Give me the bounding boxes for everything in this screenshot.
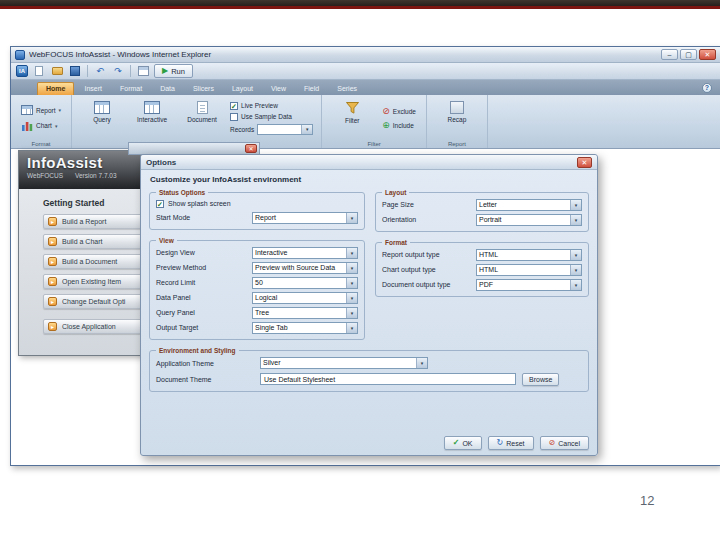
query-button[interactable]: Query (80, 98, 124, 123)
start-mode-combo[interactable]: Report ▾ (252, 212, 358, 224)
ribbon-group-report: Recap Report (427, 95, 488, 148)
page-size-combo[interactable]: Letter ▾ (476, 199, 582, 211)
record-limit-combo[interactable]: 50 ▾ (252, 277, 358, 289)
tab-home[interactable]: Home (37, 82, 74, 95)
tab-series[interactable]: Series (329, 82, 365, 95)
design-view-combo[interactable]: Interactive ▾ (252, 247, 358, 259)
save-icon[interactable] (68, 65, 82, 78)
live-preview-checkbox[interactable]: ✓ Live Preview (230, 102, 313, 110)
output-target-combo[interactable]: Single Tab ▾ (252, 322, 358, 334)
preview-method-value: Preview with Source Data (253, 263, 346, 273)
exclude-button[interactable]: ⊘ Exclude (380, 106, 418, 117)
recap-button[interactable]: Recap (435, 98, 479, 123)
data-panel-row: Data Panel Logical ▾ (156, 290, 358, 305)
chevron-down-icon[interactable]: ▾ (346, 308, 357, 318)
data-panel-combo[interactable]: Logical ▾ (252, 292, 358, 304)
ribbon-group-format: Report ▾ Chart ▾ Format (11, 95, 72, 148)
recap-icon (450, 101, 464, 114)
document-button[interactable]: Document (180, 98, 224, 123)
document-theme-input[interactable]: Use Default Stylesheet (260, 373, 516, 385)
redo-icon[interactable]: ↷ (111, 65, 125, 78)
undo-icon[interactable]: ↶ (93, 65, 107, 78)
include-button[interactable]: ⊕ Include (380, 120, 418, 131)
view-icon[interactable] (136, 65, 150, 78)
cancel-icon: ⊘ (549, 439, 556, 447)
report-button[interactable]: Report ▾ (19, 104, 63, 116)
design-view-label: Design View (156, 249, 195, 256)
folder-shape-icon (52, 67, 63, 75)
ie-favicon-icon (15, 50, 25, 60)
chevron-down-icon[interactable]: ▾ (346, 248, 357, 258)
chevron-down-icon[interactable]: ▾ (570, 280, 581, 290)
tab-view[interactable]: View (263, 82, 294, 95)
chevron-down-icon[interactable]: ▾ (570, 265, 581, 275)
recap-label: Recap (448, 116, 467, 123)
chevron-down-icon[interactable]: ▾ (346, 323, 357, 333)
chart-button[interactable]: Chart ▾ (19, 119, 63, 132)
infoassist-logo[interactable]: IA (16, 65, 28, 77)
reset-button[interactable]: ↻ Reset (488, 436, 534, 450)
tab-insert[interactable]: Insert (76, 82, 110, 95)
group-label-report: Report (427, 141, 487, 147)
chart-bars-icon (21, 120, 33, 131)
browse-button[interactable]: Browse (522, 373, 559, 386)
app-vendor: WebFOCUS (27, 172, 63, 179)
query-panel-row: Query Panel Tree ▾ (156, 305, 358, 320)
chevron-down-icon[interactable]: ▾ (346, 293, 357, 303)
preview-method-combo[interactable]: Preview with Source Data ▾ (252, 262, 358, 274)
maximize-button[interactable]: ▢ (680, 49, 697, 60)
interactive-button[interactable]: Interactive (130, 98, 174, 123)
chevron-down-icon[interactable]: ▾ (301, 125, 312, 134)
document-output-combo[interactable]: PDF ▾ (476, 279, 582, 291)
chevron-down-icon[interactable]: ▾ (346, 278, 357, 288)
records-field: Records ▾ (230, 124, 313, 135)
open-folder-icon[interactable] (50, 65, 64, 78)
report-output-combo[interactable]: HTML ▾ (476, 249, 582, 261)
record-limit-value: 50 (253, 278, 346, 288)
help-icon[interactable]: ? (702, 83, 712, 93)
tab-layout[interactable]: Layout (224, 82, 261, 95)
tab-format[interactable]: Format (112, 82, 150, 95)
chevron-down-icon[interactable]: ▾ (570, 215, 581, 225)
report-table-icon (21, 105, 33, 115)
options-dialog-titlebar[interactable]: Options ✕ (141, 155, 597, 170)
filter-button[interactable]: Filter (330, 98, 374, 124)
show-splash-checkbox[interactable]: ✓ (156, 200, 164, 208)
run-button[interactable]: ▶ Run (154, 64, 193, 78)
checkbox-checked-icon: ✓ (230, 102, 238, 110)
chevron-down-icon[interactable]: ▾ (346, 213, 357, 223)
chart-output-row: Chart output type HTML ▾ (382, 262, 582, 277)
exclude-icon: ⊘ (382, 107, 390, 116)
options-close-button[interactable]: ✕ (577, 157, 592, 168)
query-panel-combo[interactable]: Tree ▾ (252, 307, 358, 319)
cancel-button[interactable]: ⊘ Cancel (540, 436, 590, 450)
ribbon: Report ▾ Chart ▾ Format Query (11, 95, 720, 149)
chevron-down-icon[interactable]: ▾ (416, 358, 427, 368)
records-combo[interactable]: ▾ (257, 124, 313, 135)
minimize-button[interactable]: – (661, 49, 678, 60)
tab-field[interactable]: Field (296, 82, 327, 95)
new-document-icon[interactable] (32, 65, 46, 78)
background-close-button[interactable]: ✕ (245, 144, 257, 153)
preview-method-row: Preview Method Preview with Source Data … (156, 260, 358, 275)
chevron-down-icon: ▾ (55, 123, 58, 129)
tab-data[interactable]: Data (152, 82, 183, 95)
chevron-down-icon[interactable]: ▾ (346, 263, 357, 273)
tab-slicers[interactable]: Slicers (185, 82, 222, 95)
data-panel-value: Logical (253, 293, 346, 303)
start-mode-value: Report (253, 213, 346, 223)
use-sample-data-checkbox[interactable]: Use Sample Data (230, 113, 313, 121)
chevron-down-icon[interactable]: ▾ (570, 250, 581, 260)
application-theme-combo[interactable]: Silver ▾ (260, 357, 428, 369)
window-titlebar[interactable]: WebFOCUS InfoAssist - Windows Internet E… (11, 47, 720, 63)
document-theme-row: Document Theme Use Default Stylesheet Br… (156, 371, 582, 387)
output-target-row: Output Target Single Tab ▾ (156, 320, 358, 335)
chevron-down-icon[interactable]: ▾ (570, 200, 581, 210)
document-output-value: PDF (477, 280, 570, 290)
close-button[interactable]: ✕ (699, 49, 716, 60)
ok-button[interactable]: ✓ OK (444, 436, 482, 450)
page-size-value: Letter (477, 200, 570, 210)
chart-output-combo[interactable]: HTML ▾ (476, 264, 582, 276)
options-left-column: Status Options ✓ Show splash screen Star… (149, 189, 365, 347)
orientation-combo[interactable]: Portrait ▾ (476, 214, 582, 226)
